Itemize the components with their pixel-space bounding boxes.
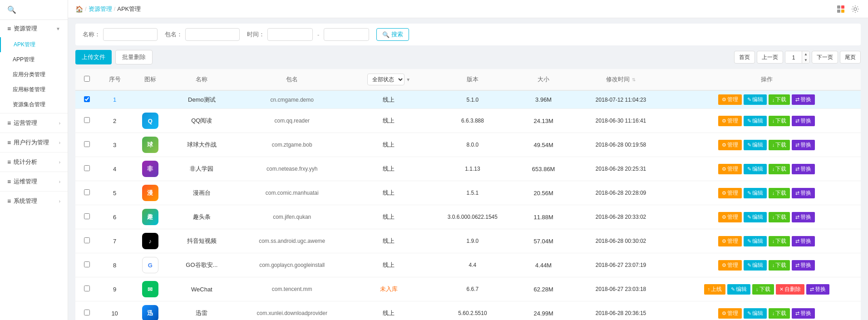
action-replace-button[interactable]: ⇄替换 [792,188,815,198]
row-checkbox[interactable] [84,189,90,195]
name-input[interactable] [103,28,158,41]
action-replace-button[interactable]: ⇄替换 [792,116,815,126]
row-checkbox[interactable] [84,117,90,123]
row-checkbox[interactable] [84,141,90,147]
action-edit-button[interactable]: ✎编辑 [744,140,767,150]
page-up-arrow[interactable]: ▲ [802,51,809,57]
action-replace-button[interactable]: ⇄替换 [792,94,815,105]
main-content: 🏠 / 资源管理 / APK管理 [68,0,868,320]
action-manage-button[interactable]: ⚙管理 [718,212,742,222]
action-replace-button[interactable]: ⇄替换 [792,140,815,150]
row-seq-link[interactable]: 1 [113,96,116,103]
action-replace-button[interactable]: ⇄替换 [792,308,815,319]
action-download-button[interactable]: ↓下载 [769,188,790,198]
sidebar-item-user-behavior[interactable]: ≡ 用户行为管理 › [0,134,68,151]
sidebar-item-devops[interactable]: ≡ 运维管理 › [0,173,68,190]
action-edit-button[interactable]: ✎编辑 [744,164,767,174]
sidebar-group-label-3: 用户行为管理 [14,138,49,147]
action-edit-button[interactable]: ✎编辑 [744,308,767,319]
page-down-arrow[interactable]: ▼ [802,57,809,63]
seq-header: 序号 [99,69,131,90]
row-checkbox[interactable] [84,237,90,243]
action-auto-delete-button[interactable]: ✕自删除 [776,284,804,295]
action-manage-button[interactable]: ⚙管理 [718,308,742,319]
manage-icon: ⚙ [722,142,726,148]
select-all-checkbox[interactable] [84,76,90,82]
action-online-button[interactable]: ↑上线 [704,284,726,295]
action-download-button[interactable]: ↓下载 [769,116,790,126]
time-start-input[interactable] [267,28,313,41]
row-seq: 4 [99,157,131,181]
sidebar-item-apk-management[interactable]: APK管理 [0,37,68,52]
time-header[interactable]: 修改时间 ⇅ [569,69,672,90]
download-icon: ↓ [772,97,775,103]
row-checkbox[interactable] [84,213,90,219]
last-page-button[interactable]: 尾页 [840,51,861,64]
action-edit-button[interactable]: ✎编辑 [744,188,767,198]
manage-label: 管理 [727,189,738,197]
action-replace-button[interactable]: ⇄替换 [792,260,815,271]
row-checkbox[interactable] [84,96,90,102]
pkg-input[interactable] [185,28,240,41]
action-manage-button[interactable]: ⚙管理 [718,116,742,126]
menu-lines-icon-6: ≡ [7,197,11,205]
action-manage-button[interactable]: ⚙管理 [718,94,742,105]
action-download-button[interactable]: ↓下载 [769,212,790,222]
batch-delete-button[interactable]: 批量删除 [115,50,153,64]
search-bar: 名称： 包名： 时间： - 🔍 搜索 [75,24,861,45]
action-replace-button[interactable]: ⇄替换 [792,236,815,246]
action-manage-button[interactable]: ⚙管理 [718,236,742,246]
action-replace-button[interactable]: ⇄替换 [806,284,829,295]
action-manage-button[interactable]: ⚙管理 [718,260,742,271]
sidebar-item-app-management[interactable]: APP管理 [0,52,68,67]
search-button[interactable]: 🔍 搜索 [376,28,409,41]
row-checkbox[interactable] [84,286,90,291]
breadcrumb-resource[interactable]: 资源管理 [89,5,112,13]
action-replace-button[interactable]: ⇄替换 [792,212,815,222]
prev-page-button[interactable]: 上一页 [757,51,783,64]
next-page-button[interactable]: 下一页 [812,51,838,64]
breadcrumb: 🏠 / 资源管理 / APK管理 [75,5,141,13]
action-edit-button[interactable]: ✎编辑 [744,94,767,105]
action-download-button[interactable]: ↓下载 [769,164,790,174]
action-edit-button[interactable]: ✎编辑 [744,212,767,222]
action-manage-button[interactable]: ⚙管理 [718,140,742,150]
time-end-input[interactable] [324,28,369,41]
edit-label: 编辑 [752,165,763,173]
settings-icon-btn[interactable] [850,4,861,15]
action-edit-button[interactable]: ✎编辑 [727,284,750,295]
action-replace-button[interactable]: ⇄替换 [792,164,815,174]
sidebar-item-system-management[interactable]: ≡ 系统管理 › [0,192,68,210]
row-size: 20.56M [518,181,569,205]
upload-button[interactable]: 上传文件 [75,50,112,64]
sidebar-item-operations-management[interactable]: ≡ 运营管理 › [0,114,68,132]
action-download-button[interactable]: ↓下载 [769,94,790,105]
sidebar-item-statistics[interactable]: ≡ 统计分析 › [0,153,68,171]
download-label: 下载 [775,165,786,173]
action-edit-button[interactable]: ✎编辑 [744,116,767,126]
sidebar-item-category-management[interactable]: 应用分类管理 [0,67,68,82]
row-checkbox[interactable] [84,165,90,171]
manage-label: 管理 [727,165,738,173]
action-download-button[interactable]: ↓下载 [752,284,774,295]
manage-icon: ⚙ [722,214,726,220]
action-download-button[interactable]: ↓下载 [769,260,790,271]
sidebar-item-tag-management[interactable]: 应用标签管理 [0,82,68,97]
grid-icon-btn[interactable] [835,4,846,15]
action-download-button[interactable]: ↓下载 [769,140,790,150]
action-download-button[interactable]: ↓下载 [769,308,790,319]
sidebar-item-resource-management[interactable]: ≡ 资源管理 ▼ [0,20,68,37]
row-checkbox[interactable] [84,310,90,315]
action-edit-button[interactable]: ✎编辑 [744,260,767,271]
first-page-button[interactable]: 首页 [734,51,755,64]
action-download-button[interactable]: ↓下载 [769,236,790,246]
action-edit-button[interactable]: ✎编辑 [744,236,767,246]
sidebar-item-resource-collection[interactable]: 资源集合管理 [0,97,68,112]
row-version: 4.4 [427,253,518,277]
row-checkbox[interactable] [84,261,90,267]
home-icon[interactable]: 🏠 [75,5,83,13]
action-manage-button[interactable]: ⚙管理 [718,164,742,174]
status-filter-select[interactable]: 全部状态 线上 未入库 [367,74,404,85]
action-manage-button[interactable]: ⚙管理 [718,188,742,198]
replace-label: 替换 [800,96,811,103]
